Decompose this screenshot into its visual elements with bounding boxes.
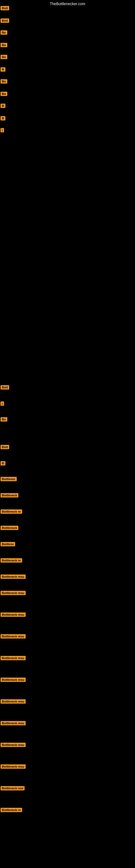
label-badge-18[interactable]: Bottleneck (1, 493, 18, 497)
label-badge-28[interactable]: Bottleneck resu (1, 678, 26, 682)
label-badge-6[interactable]: B (1, 67, 5, 72)
label-badge-15[interactable]: Bott (1, 445, 9, 449)
label-badge-3[interactable]: Bo (1, 30, 7, 35)
label-badge-29[interactable]: Bottleneck resu (1, 699, 26, 704)
label-badge-13[interactable]: | (1, 401, 4, 406)
label-badge-14[interactable]: Bo (1, 417, 7, 422)
label-badge-24[interactable]: Bottleneck resu (1, 591, 26, 595)
label-badge-8[interactable]: Bo (1, 92, 7, 96)
label-badge-25[interactable]: Bottleneck resu (1, 613, 26, 617)
label-badge-22[interactable]: Bottleneck re (1, 558, 22, 563)
label-badge-27[interactable]: Bottleneck resu (1, 656, 26, 660)
label-badge-7[interactable]: Bo (1, 79, 7, 84)
label-badge-31[interactable]: Bottleneck resu (1, 743, 26, 747)
label-badge-21[interactable]: Bottlene (1, 542, 15, 546)
label-badge-10[interactable]: B (1, 116, 5, 120)
label-badge-11[interactable]: | (1, 128, 4, 132)
label-badge-12[interactable]: Bott (1, 385, 9, 390)
label-badge-1[interactable]: Bott (1, 6, 9, 10)
label-badge-30[interactable]: Bottleneck resu (1, 721, 26, 725)
label-badge-32[interactable]: Bottleneck resu (1, 764, 26, 769)
label-badge-33[interactable]: Bottleneck rest (1, 786, 25, 790)
label-badge-20[interactable]: Bottleneck (1, 526, 18, 530)
site-title: TheBottlenecker.com (50, 2, 85, 6)
label-badge-17[interactable]: Bottlenec (1, 477, 17, 481)
label-badge-9[interactable]: B (1, 104, 5, 108)
label-badge-5[interactable]: Bo (1, 55, 7, 59)
label-badge-4[interactable]: Bo (1, 43, 7, 47)
label-badge-19[interactable]: Bottleneck re (1, 509, 22, 514)
label-badge-16[interactable]: B (1, 461, 5, 465)
label-badge-34[interactable]: Bottleneck re (1, 808, 22, 812)
label-badge-2[interactable]: Bott (1, 19, 9, 23)
label-badge-23[interactable]: Bottleneck resu (1, 575, 26, 579)
label-badge-26[interactable]: Bottleneck resu (1, 634, 26, 639)
